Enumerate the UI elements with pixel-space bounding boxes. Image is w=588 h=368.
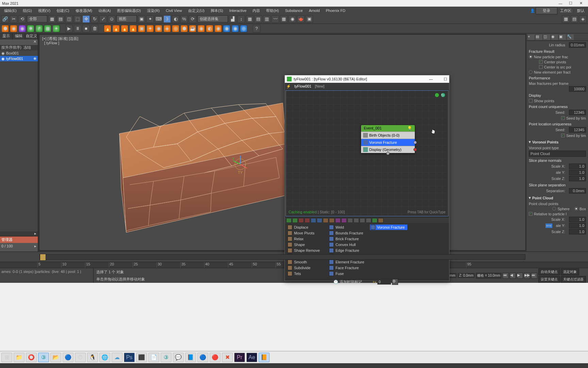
tb-app[interactable]: ⏱	[75, 353, 86, 362]
rollout-point-cloud[interactable]: ▾Point Cloud	[529, 196, 586, 200]
list-item[interactable]: ◉ Box001	[0, 50, 38, 56]
menu-edit[interactable]: 编辑(E)	[1, 7, 19, 14]
menu-grapheditor[interactable]: 图形编辑器(D)	[114, 7, 144, 14]
tool-move[interactable]: ✥	[82, 15, 90, 23]
tool-ex3[interactable]: ◈	[579, 15, 587, 23]
frame-field[interactable]: 0	[377, 279, 391, 285]
op-weld[interactable]: Weld	[328, 225, 366, 230]
add-time-tag[interactable]: 添加时间标记	[340, 279, 362, 285]
menu-substance[interactable]: Substance	[282, 7, 306, 14]
fire-14[interactable]: ◉	[214, 25, 222, 32]
op-shape[interactable]: Shape	[287, 242, 324, 247]
fire-8[interactable]: ◈	[163, 25, 171, 32]
fire-4[interactable]: 🔥	[129, 25, 137, 32]
link-icon[interactable]: ⟺	[545, 224, 552, 228]
separation-value[interactable]: 0.0mm	[569, 188, 586, 194]
keyfilter-btn[interactable]: 关键点过滤器	[561, 276, 586, 283]
water-2[interactable]: ◉	[231, 25, 239, 32]
opcat-5[interactable]	[311, 218, 316, 223]
op-face-fracture[interactable]: Face Fracture	[328, 265, 366, 271]
tb-app[interactable]: 🔵	[197, 353, 208, 362]
tb-app[interactable]: 📄	[148, 353, 159, 362]
tool-snap[interactable]: 3	[163, 15, 171, 23]
sort-label[interactable]: 按升序排序)	[1, 45, 21, 50]
scroll-arrow[interactable]: ▸	[34, 244, 36, 248]
ptool-7[interactable]: ✦	[52, 25, 60, 32]
op-fuse[interactable]: Fuse	[328, 271, 366, 276]
tool-rframe[interactable]: ▣	[306, 15, 313, 23]
opcat-10[interactable]	[341, 218, 347, 223]
tool-align[interactable]: ↕	[238, 15, 245, 23]
tool-render[interactable]: 🫖	[297, 15, 305, 23]
menu-phoenix[interactable]: Phoenix FD	[323, 7, 348, 14]
ptool-3[interactable]: ◉	[18, 25, 26, 32]
pc-scale-z[interactable]: 1.0	[569, 229, 586, 234]
tab-util-icon[interactable]: 🔧	[567, 34, 574, 40]
refcoord-dropdown[interactable]: 视图	[116, 15, 137, 22]
chk-show-points[interactable]	[529, 99, 533, 103]
scale-z-value[interactable]: 1.0	[569, 176, 586, 181]
selset-dropdown[interactable]: 创建选择集	[197, 15, 228, 22]
tool-sel3[interactable]: ◫	[65, 15, 73, 23]
pc-scale-y[interactable]: 1.0	[569, 223, 586, 228]
close-btn[interactable]: ✕	[576, 1, 586, 5]
opcat-15[interactable]	[372, 218, 377, 223]
op-voronoi-fracture-list[interactable]: Voronoi Fracture	[370, 225, 407, 230]
menu-help[interactable]: 帮助(H)	[263, 7, 281, 14]
scale-x-value[interactable]: 1.0	[569, 164, 586, 169]
op-edge-fracture[interactable]: Edge Fracture	[328, 248, 366, 253]
prev-frame[interactable]: ◀	[510, 273, 516, 279]
ptool-5[interactable]: ↱	[35, 25, 43, 32]
tab-tyflow001[interactable]: tyFlow001	[294, 84, 311, 88]
tool-layer2[interactable]: ▤	[255, 15, 262, 23]
tb-app[interactable]: ⭕	[26, 353, 37, 362]
play-anim[interactable]: ▶	[517, 273, 523, 279]
op-brick-fracture[interactable]: Brick Fracture	[328, 236, 366, 242]
panel-close[interactable]: ✕	[0, 40, 38, 45]
rollout-voronoi-points[interactable]: ▾Voronoi Points	[529, 140, 586, 144]
tab-hier-icon[interactable]: ◫	[543, 34, 550, 40]
opcat-16[interactable]	[378, 218, 383, 223]
water-1[interactable]: ◉	[223, 25, 230, 32]
tool-pivot[interactable]: ▣	[138, 15, 145, 23]
scroll-arrow[interactable]: ▸	[0, 231, 38, 236]
op-subdivide[interactable]: Subdivide	[287, 265, 324, 271]
tool-spinner[interactable]: ⟳	[189, 15, 196, 23]
autokey-btn[interactable]: 自动关键点	[538, 269, 560, 275]
opcat-13[interactable]	[360, 218, 365, 223]
chk-seed-time-1[interactable]	[561, 116, 565, 120]
goto-start[interactable]: ⏮	[503, 273, 509, 279]
maximize-btn[interactable]: ☐	[566, 1, 576, 5]
opcat-7[interactable]	[323, 218, 328, 223]
ptool-4[interactable]: ✱	[27, 25, 34, 32]
radio-sphere[interactable]	[552, 207, 556, 211]
op-displace[interactable]: Displace	[287, 225, 324, 230]
op-tets[interactable]: Tets	[287, 271, 324, 276]
fire-7[interactable]: ◉	[155, 25, 162, 32]
tyflow-minimize[interactable]: —	[429, 77, 433, 81]
manager-label[interactable]: 管理器	[0, 236, 38, 243]
tool-sel2[interactable]: ▤	[57, 15, 64, 23]
fire-9[interactable]: ◎	[172, 25, 179, 32]
ptool-6[interactable]: ▦	[44, 25, 51, 32]
setkey-btn[interactable]: 设置关键点	[538, 276, 560, 283]
tool-keymode[interactable]: ⌨	[155, 15, 162, 23]
tab-display-icon[interactable]: ▣	[559, 34, 566, 40]
menu-content[interactable]: 内容	[250, 7, 263, 14]
opcat-12[interactable]	[354, 218, 359, 223]
tool-link[interactable]: 🔗	[1, 15, 9, 23]
tyflow-graph-canvas[interactable]: ↻ Event_001 💡 Birth Objects (0-0) Vorono…	[285, 90, 448, 216]
opcat-6[interactable]	[317, 218, 322, 223]
tb-aftereffects[interactable]: Ae	[246, 353, 257, 362]
tool-sel1[interactable]: ▦	[48, 15, 56, 23]
tool-place[interactable]: ⊙	[108, 15, 115, 23]
tb-app[interactable]: 📁	[14, 353, 24, 362]
tb-premiere[interactable]: Pr	[234, 353, 245, 362]
voronoi-type-dropdown[interactable]: Point Cloud	[529, 151, 586, 157]
pause-btn[interactable]: ⏸	[74, 25, 81, 32]
next-frame[interactable]: ▶▶	[524, 273, 530, 279]
tab-edit[interactable]: 编辑	[13, 33, 25, 40]
output-socket[interactable]	[413, 141, 417, 144]
workspace-default[interactable]: 默认	[575, 7, 587, 14]
tool-manip[interactable]: ✦	[146, 15, 154, 23]
